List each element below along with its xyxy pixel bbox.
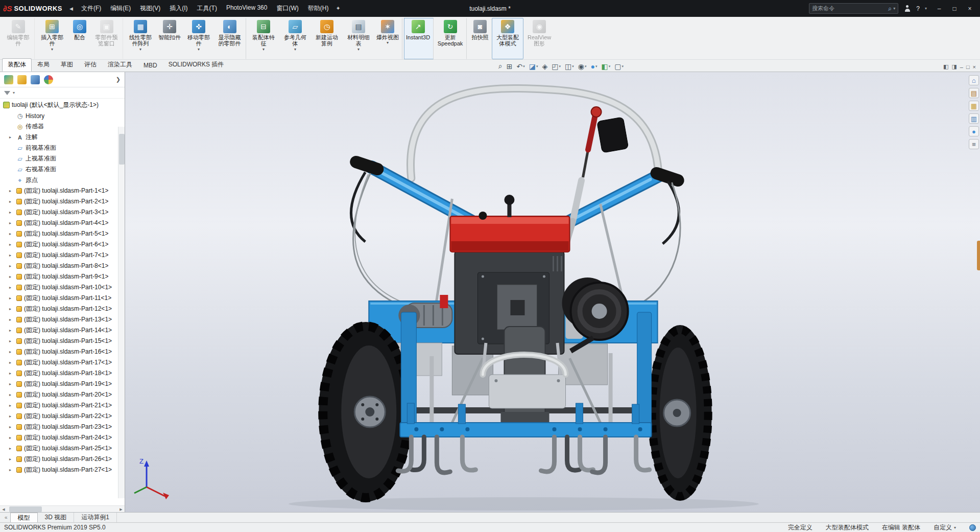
menu-item[interactable]: 插入(I) [165, 2, 192, 15]
window-control-button[interactable]: – [932, 3, 946, 14]
document-window-button[interactable]: × [973, 64, 976, 70]
menu-item[interactable]: 视图(V) [136, 2, 164, 15]
ribbon-button[interactable]: 线性零部件阵列 ▾ [125, 18, 156, 59]
ribbon-button[interactable]: 编辑零部件 ▾ [3, 18, 35, 59]
tree-item[interactable]: ▸ (固定) tuolaji.sldasm-Part-19<1> [1, 379, 125, 389]
expand-arrow-icon[interactable]: ▸ [9, 264, 14, 268]
expand-arrow-icon[interactable]: ▸ [9, 435, 14, 440]
expand-arrow-icon[interactable]: ▸ [9, 371, 14, 376]
expand-arrow-icon[interactable]: ▸ [9, 199, 14, 204]
dropdown-arrow-icon[interactable]: ▾ [622, 64, 624, 68]
globe-icon[interactable] [969, 524, 976, 531]
dropdown-arrow-icon[interactable]: ▾ [357, 48, 360, 52]
document-window-button[interactable]: – [960, 64, 963, 70]
tree-item[interactable]: ▸ (固定) tuolaji.sldasm-Part-16<1> [1, 346, 125, 357]
tree-item[interactable]: ▸ (固定) tuolaji.sldasm-Part-21<1> [1, 400, 125, 411]
menu-item[interactable]: 文件(F) [77, 2, 105, 15]
ribbon-button[interactable]: 装配体特征 ▾ [248, 18, 279, 59]
ribbon-button[interactable]: 更新 Speedpak ▾ [435, 18, 467, 59]
heads-up-icon[interactable]: ● ▾ [590, 62, 599, 71]
tree-filter[interactable]: ▾ [0, 87, 125, 99]
search-dropdown-arrow-icon[interactable]: ▾ [893, 6, 895, 11]
tree-item[interactable]: ▸ (固定) tuolaji.sldasm-Part-4<1> [1, 218, 125, 228]
command-tab[interactable]: 草图 [55, 58, 79, 72]
manager-tab-icon[interactable] [4, 75, 13, 84]
tree-item[interactable]: ▸ (固定) tuolaji.sldasm-Part-26<1> [1, 454, 125, 465]
heads-up-icon[interactable]: ◪ ▾ [528, 62, 539, 71]
expand-arrow-icon[interactable]: ▸ [9, 274, 14, 279]
tree-item[interactable]: ▸ (固定) tuolaji.sldasm-Part-2<1> [1, 196, 125, 207]
heads-up-icon[interactable]: ◈ ▾ [541, 62, 549, 71]
dropdown-arrow-icon[interactable]: ▾ [523, 64, 525, 68]
user-account-icon[interactable] [903, 5, 911, 12]
menu-item[interactable]: 窗口(W) [272, 2, 302, 15]
ribbon-button[interactable]: 新建运动算例 ▾ [311, 18, 343, 59]
help-dropdown-arrow-icon[interactable]: ▾ [925, 6, 927, 11]
tree-item[interactable]: ▸ 右视基准面 [1, 164, 125, 175]
tree-item[interactable]: ▸ (固定) tuolaji.sldasm-Part-27<1> [1, 465, 125, 475]
filter-funnel-icon[interactable] [4, 91, 10, 95]
document-window-button[interactable]: □ [966, 64, 970, 70]
expand-arrow-icon[interactable]: ▸ [9, 221, 14, 225]
filter-dropdown-arrow-icon[interactable]: ▾ [13, 90, 15, 95]
document-tab[interactable]: 3D 视图 [38, 513, 75, 522]
dropdown-arrow-icon[interactable]: ▾ [595, 64, 597, 68]
pin-icon[interactable]: ✦ [336, 5, 340, 12]
tree-item[interactable]: ▸ (固定) tuolaji.sldasm-Part-7<1> [1, 250, 125, 261]
expand-arrow-icon[interactable]: ▸ [9, 307, 14, 311]
expand-arrow-icon[interactable]: ▸ [9, 339, 14, 343]
expand-arrow-icon[interactable]: ▸ [9, 296, 14, 300]
ribbon-button[interactable]: Instant3D ▾ [404, 18, 434, 59]
window-control-button[interactable]: × [963, 3, 977, 14]
ribbon-button[interactable]: 拍快照 ▾ [468, 18, 492, 59]
dropdown-arrow-icon[interactable]: ▾ [387, 41, 389, 45]
ribbon-button[interactable]: 插入零部件 ▾ [36, 18, 68, 59]
menu-item[interactable]: PhotoView 360 [222, 2, 272, 15]
ribbon-button[interactable]: 零部件预览窗口 ▾ [91, 18, 123, 59]
command-tab[interactable]: 评估 [79, 58, 102, 72]
tree-item[interactable]: ▸ (固定) tuolaji.sldasm-Part-20<1> [1, 389, 125, 400]
chevron-left-icon[interactable]: ◀ [69, 6, 73, 11]
tree-item[interactable]: ▸ (固定) tuolaji.sldasm-Part-10<1> [1, 282, 125, 293]
tree-item[interactable]: ▸ (固定) tuolaji.sldasm-Part-22<1> [1, 411, 125, 422]
expand-arrow-icon[interactable]: ▸ [9, 210, 14, 215]
expand-arrow-icon[interactable]: ▸ [9, 360, 14, 365]
document-tab[interactable]: 运动算例1 [74, 513, 117, 522]
expand-arrow-icon[interactable]: ▸ [9, 414, 14, 419]
ribbon-button[interactable]: 配合 ▾ [68, 18, 91, 59]
tree-item[interactable]: ▸ History [1, 110, 125, 121]
command-tab[interactable]: 渲染工具 [102, 58, 138, 72]
heads-up-icon[interactable]: ↶ ▾ [516, 62, 526, 71]
tree-item[interactable]: ▸ (固定) tuolaji.sldasm-Part-6<1> [1, 239, 125, 250]
tree-root-item[interactable]: tuolaji (默认<默认_显示状态-1>) [1, 100, 125, 110]
expand-arrow-icon[interactable]: ▸ [9, 135, 14, 140]
task-pane-accent-tab[interactable] [977, 241, 980, 270]
dropdown-arrow-icon[interactable]: ▾ [536, 64, 538, 68]
dropdown-arrow-icon[interactable]: ▾ [294, 48, 296, 52]
scroll-left-arrow-icon[interactable]: ◀ [0, 506, 7, 513]
heads-up-icon[interactable]: ◫ ▾ [564, 62, 575, 71]
ribbon-button[interactable]: 材料明细表 ▾ [343, 18, 374, 59]
document-window-button[interactable]: ◧ [943, 63, 948, 70]
task-pane-icon[interactable]: ⌂ [969, 75, 979, 85]
scrollbar-thumb[interactable] [119, 134, 125, 165]
expand-arrow-icon[interactable]: ▸ [9, 382, 14, 386]
window-control-button[interactable]: □ [947, 3, 962, 14]
command-tab[interactable]: SOLIDWORKS 插件 [163, 58, 230, 72]
tree-item[interactable]: ▸ (固定) tuolaji.sldasm-Part-1<1> [1, 186, 125, 196]
tree-item[interactable]: ▸ (固定) tuolaji.sldasm-Part-13<1> [1, 314, 125, 325]
tree-vertical-scrollbar[interactable] [118, 127, 125, 498]
menu-item[interactable]: 编辑(E) [106, 2, 135, 15]
heads-up-icon[interactable]: ◧ ▾ [601, 62, 612, 71]
status-customize-menu[interactable]: 自定义 ▾ [934, 523, 956, 532]
manager-tab-icon[interactable] [31, 75, 40, 84]
task-pane-icon[interactable]: ● [969, 126, 979, 136]
tab-scroll-icon[interactable]: « [2, 513, 10, 522]
expand-arrow-icon[interactable]: ▸ [9, 392, 14, 397]
scrollbar-thumb[interactable] [9, 506, 42, 512]
manager-tab-icon[interactable] [17, 75, 27, 84]
command-tab[interactable]: 装配体 [2, 58, 32, 72]
task-pane-icon[interactable]: ▥ [969, 113, 979, 124]
tree-item[interactable]: ▸ 原点 [1, 175, 125, 186]
task-pane-icon[interactable]: ▦ [969, 101, 979, 111]
